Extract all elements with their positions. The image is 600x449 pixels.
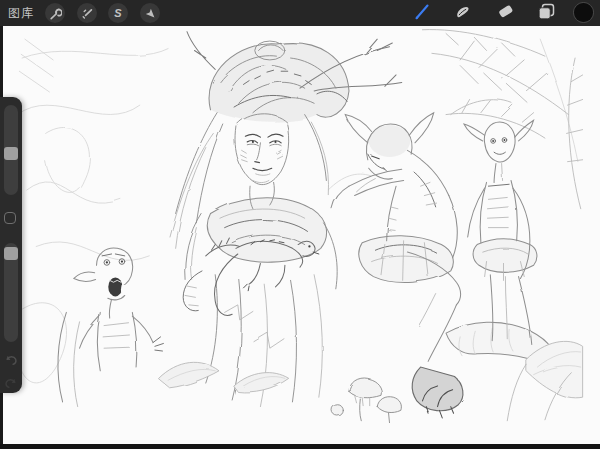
brush-sidebar: [0, 97, 22, 393]
wrench-icon: [49, 7, 62, 20]
opacity-slider[interactable]: [4, 243, 18, 342]
layers-button[interactable]: [535, 2, 557, 24]
adjustments-button[interactable]: [77, 3, 97, 23]
brush-size-handle[interactable]: [4, 147, 18, 160]
gallery-button[interactable]: 图库: [8, 0, 34, 26]
transform-arrow-icon: [144, 7, 156, 19]
transform-button[interactable]: [140, 3, 160, 23]
undo-arrow-icon: [4, 353, 18, 370]
canvas-artwork: [0, 26, 600, 449]
paintbrush-icon: [412, 0, 434, 26]
smudge-tool-button[interactable]: [452, 2, 474, 24]
color-swatch[interactable]: [573, 2, 594, 23]
procreate-window: 图库 S: [0, 0, 600, 449]
selection-icon: S: [114, 8, 121, 19]
redo-arrow-icon: [4, 376, 18, 393]
screen-edge-bottom: [0, 444, 600, 449]
opacity-handle[interactable]: [4, 247, 18, 260]
canvas[interactable]: [0, 26, 600, 449]
current-color: [574, 3, 593, 22]
paint-tool-button[interactable]: [412, 2, 434, 24]
redo-button[interactable]: [4, 376, 18, 390]
selection-button[interactable]: S: [108, 3, 128, 23]
actions-button[interactable]: [45, 3, 65, 23]
undo-button[interactable]: [4, 353, 18, 367]
magic-wand-icon: [81, 7, 94, 20]
layers-icon: [536, 1, 557, 26]
top-toolbar: 图库 S: [0, 0, 600, 26]
eraser-icon: [495, 1, 515, 25]
erase-tool-button[interactable]: [494, 2, 516, 24]
smudge-icon: [453, 1, 473, 25]
modify-button[interactable]: [4, 212, 16, 224]
brush-size-slider[interactable]: [4, 105, 18, 195]
